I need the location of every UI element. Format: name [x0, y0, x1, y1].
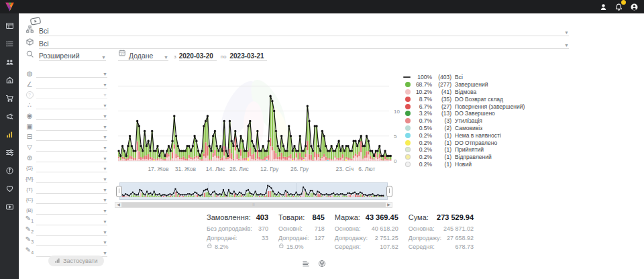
avatar-icon[interactable] [629, 2, 639, 11]
chevron-down-icon: ▼ [103, 114, 107, 119]
filter-row-package[interactable]: ▣▼ [23, 121, 107, 131]
chevron-down-icon: ▼ [564, 30, 569, 35]
filter-row-tag-m[interactable]: {M}▼ [23, 173, 107, 183]
rail-item-marketing-icon[interactable] [0, 108, 19, 126]
date-to-input[interactable]: 2023-03-21 [229, 52, 267, 61]
package-view-icon[interactable] [318, 258, 326, 270]
legend-item[interactable]: 0.2%(1)Новий [405, 161, 523, 168]
rail-item-store-icon[interactable] [0, 72, 19, 90]
legend-count: (1) [432, 140, 451, 146]
tag-t-icon: {T} [23, 186, 36, 194]
stat-sub-value: 33 [262, 234, 268, 243]
filter-row-globe[interactable]: ◍▼ [23, 68, 107, 78]
legend-item[interactable]: 3.2%(13)DO Завершено [405, 110, 523, 117]
rail-item-dashboard-icon[interactable] [0, 17, 19, 36]
legend-item[interactable]: 0.7%(3)Утилізація [405, 117, 523, 125]
date-field-select[interactable]: 17 Додане ▼ [118, 48, 168, 61]
rail-item-customers-icon[interactable] [0, 54, 19, 72]
chevron-down-icon: ▼ [101, 55, 106, 60]
rail-item-orders-icon[interactable] [0, 36, 19, 54]
chevron-down-icon: ▼ [103, 125, 107, 129]
rail-item-cart-icon[interactable] [0, 90, 19, 108]
legend-swatch [405, 133, 411, 138]
stat-sub-value: 2 751.25 [375, 234, 398, 243]
apply-button[interactable]: Застосувати [48, 256, 104, 266]
minimap-left-handle[interactable] [116, 186, 122, 197]
filter-row-tag-s[interactable]: {S}▼ [23, 162, 107, 172]
legend-percent: 6.7% [413, 103, 432, 110]
rail-item-info-icon[interactable] [0, 162, 19, 180]
help-icon: ? [23, 91, 36, 99]
filter-row-custom-field-icon-2[interactable]: ✎2▼ [23, 226, 107, 236]
legend-item[interactable]: 68.7%(277)Завершений [405, 81, 523, 89]
legend-item[interactable]: 100%(403)Всі [405, 74, 523, 81]
cart-icon [5, 93, 14, 105]
hierarchy-icon: ∴ [23, 101, 36, 109]
legend-item[interactable]: 0.2%(1)Відправлений [405, 154, 523, 161]
legend-swatch [405, 125, 411, 131]
legend-item[interactable]: 0.2%(1)DO Отправлено [405, 139, 523, 146]
settings-sliders-icon [5, 148, 14, 160]
legend-label: DO Отправлено [455, 140, 497, 146]
legend-percent: 10.2% [413, 89, 432, 95]
tag-b-icon: {В} [23, 207, 36, 215]
legend-item[interactable]: 10.2%(41)Відмова [405, 89, 523, 96]
legend-count: (277) [432, 81, 451, 88]
orders-chart[interactable]: 051017. Жов31. Жов14. Лис28. Лис12. Гру2… [115, 69, 405, 178]
legend-count: (1) [432, 146, 451, 153]
filter-row-trend[interactable]: ∠▼ [23, 78, 107, 89]
chart-scrollbar[interactable]: ◀ ⁞⁞ ▶ [115, 202, 392, 208]
chevron-down-icon: ▼ [103, 166, 107, 171]
rail-item-settings-sliders-icon[interactable] [0, 144, 19, 162]
bell-icon[interactable] [614, 2, 623, 11]
brand-v-icon[interactable] [0, 0, 19, 13]
legend-percent: 3.2% [413, 110, 432, 117]
rail-item-loyalty-icon[interactable] [0, 180, 19, 199]
stat-title: Сума: [409, 213, 429, 221]
stat-value: 845 [312, 213, 324, 221]
search-mode-select[interactable]: Розширений ▼ [39, 52, 106, 61]
svg-text:12. Гру: 12. Гру [260, 166, 279, 172]
legend-count: (13) [432, 110, 451, 117]
stat-sub-label: Основна: [335, 225, 361, 234]
list-view-icon[interactable] [302, 258, 310, 270]
legend-item[interactable]: 8.7%(35)DO Возврат склад [405, 95, 523, 103]
tag-m-icon: {M} [23, 175, 36, 183]
legend-item[interactable]: 0.2%(1)Прийнятий [405, 146, 523, 154]
filter-row-custom-field-icon-3[interactable]: ✎3▼ [23, 236, 107, 246]
chart-minimap[interactable] [119, 182, 388, 200]
user-icon[interactable] [598, 2, 608, 11]
scroll-left-icon[interactable]: ◀ [115, 203, 121, 207]
rail-item-video-icon[interactable] [0, 199, 19, 217]
filter-row-tag-c[interactable]: {С}▼ [23, 194, 107, 204]
status-filter-select[interactable]: Всі ▼ [25, 27, 569, 36]
stat-column: Замовлення:403Без допродажів:370Допродан… [207, 213, 268, 252]
legend-count: (27) [432, 103, 451, 110]
scroll-right-icon[interactable]: ▶ [386, 203, 392, 207]
date-from-label: з [174, 54, 176, 61]
calendar-icon: 17 [118, 48, 126, 60]
filter-row-custom-field-icon-1[interactable]: ✎1▼ [23, 215, 107, 225]
filter-row-cash[interactable]: ⊟▼ [23, 131, 107, 141]
filter-row-funnel[interactable]: ▽▼ [23, 142, 107, 152]
minimap-right-handle[interactable] [386, 186, 392, 197]
legend-item[interactable]: 0.2%(1)Нема в наявності [405, 131, 523, 139]
rail-item-statistics-icon[interactable] [0, 126, 19, 144]
filter-row-hierarchy[interactable]: ∴▼ [23, 99, 107, 109]
legend-item[interactable]: 6.7%(27)Повернення (завершений) [405, 103, 523, 110]
scrollbar-thumb[interactable]: ⁞⁞ [121, 203, 386, 207]
product-box-icon [25, 37, 39, 49]
svg-text:28. Лис: 28. Лис [229, 166, 250, 172]
filter-row-globe-grid[interactable]: ⊕▼ [23, 152, 107, 162]
stat-column: Маржа:43 369.45Основна:40 618.20Допродаж… [335, 213, 398, 252]
filter-row-tag-t[interactable]: {T}▼ [23, 184, 107, 194]
stat-value: 273 529.94 [437, 213, 474, 221]
filter-row-fingerprint[interactable]: ◉▼ [23, 110, 107, 120]
legend-label: Нема в наявності [455, 132, 501, 139]
product-filter-select[interactable]: Всі ▼ [25, 40, 569, 49]
filter-row-tag-b[interactable]: {В}▼ [23, 205, 107, 215]
filter-row-help[interactable]: ?▼ [23, 89, 107, 99]
date-from-input[interactable]: 2020-03-20 [179, 52, 217, 61]
legend-item[interactable]: 0.5%(2)Самовивіз [405, 125, 523, 132]
legend-count: (1) [432, 154, 451, 160]
